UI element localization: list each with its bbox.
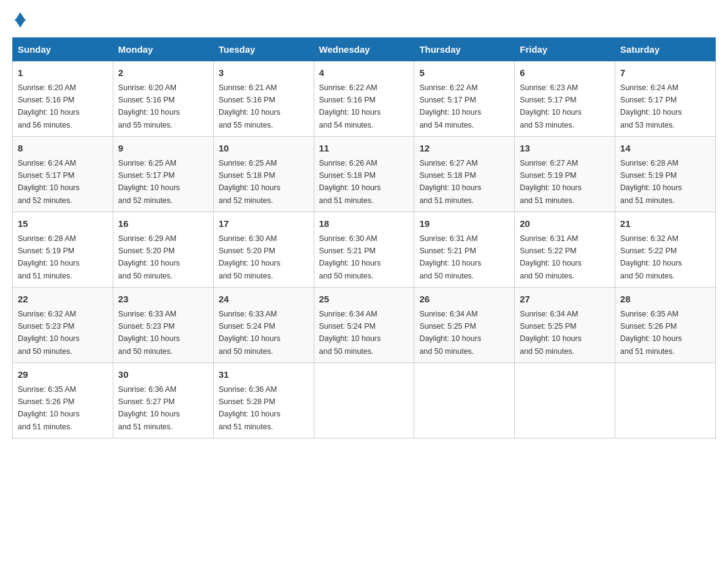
day-number: 27	[520, 293, 610, 307]
calendar-cell: 27 Sunrise: 6:34 AMSunset: 5:25 PMDaylig…	[515, 288, 615, 363]
calendar-cell: 7 Sunrise: 6:24 AMSunset: 5:17 PMDayligh…	[615, 61, 716, 137]
column-header-monday: Monday	[113, 38, 213, 61]
day-detail: Sunrise: 6:20 AMSunset: 5:16 PMDaylight:…	[18, 83, 80, 129]
day-number: 18	[319, 217, 409, 231]
calendar-cell: 15 Sunrise: 6:28 AMSunset: 5:19 PMDaylig…	[13, 212, 113, 288]
day-detail: Sunrise: 6:24 AMSunset: 5:17 PMDaylight:…	[18, 159, 80, 205]
day-detail: Sunrise: 6:29 AMSunset: 5:20 PMDaylight:…	[118, 234, 180, 280]
day-number: 3	[219, 66, 309, 80]
day-detail: Sunrise: 6:28 AMSunset: 5:19 PMDaylight:…	[620, 159, 682, 205]
day-number: 12	[419, 142, 509, 156]
day-detail: Sunrise: 6:22 AMSunset: 5:16 PMDaylight:…	[319, 83, 381, 129]
day-detail: Sunrise: 6:26 AMSunset: 5:18 PMDaylight:…	[319, 159, 381, 205]
day-number: 14	[620, 142, 710, 156]
column-header-sunday: Sunday	[13, 38, 113, 61]
day-detail: Sunrise: 6:34 AMSunset: 5:25 PMDaylight:…	[419, 310, 481, 356]
calendar-cell: 11 Sunrise: 6:26 AMSunset: 5:18 PMDaylig…	[314, 137, 414, 212]
logo	[12, 12, 26, 28]
day-detail: Sunrise: 6:22 AMSunset: 5:17 PMDaylight:…	[419, 83, 481, 129]
calendar-cell: 14 Sunrise: 6:28 AMSunset: 5:19 PMDaylig…	[615, 137, 716, 212]
week-row-4: 22 Sunrise: 6:32 AMSunset: 5:23 PMDaylig…	[13, 288, 716, 363]
day-number: 15	[18, 217, 108, 231]
day-number: 8	[18, 142, 108, 156]
column-header-saturday: Saturday	[615, 38, 716, 61]
calendar-cell: 5 Sunrise: 6:22 AMSunset: 5:17 PMDayligh…	[414, 61, 515, 137]
day-detail: Sunrise: 6:33 AMSunset: 5:23 PMDaylight:…	[118, 310, 180, 356]
day-number: 16	[118, 217, 208, 231]
calendar-cell: 28 Sunrise: 6:35 AMSunset: 5:26 PMDaylig…	[615, 288, 716, 363]
day-number: 13	[520, 142, 610, 156]
day-detail: Sunrise: 6:32 AMSunset: 5:22 PMDaylight:…	[620, 234, 682, 280]
calendar-cell: 1 Sunrise: 6:20 AMSunset: 5:16 PMDayligh…	[13, 61, 113, 137]
calendar-cell: 13 Sunrise: 6:27 AMSunset: 5:19 PMDaylig…	[515, 137, 615, 212]
calendar-cell: 25 Sunrise: 6:34 AMSunset: 5:24 PMDaylig…	[314, 288, 414, 363]
calendar-cell: 8 Sunrise: 6:24 AMSunset: 5:17 PMDayligh…	[13, 137, 113, 212]
calendar-cell: 20 Sunrise: 6:31 AMSunset: 5:22 PMDaylig…	[515, 212, 615, 288]
day-detail: Sunrise: 6:27 AMSunset: 5:19 PMDaylight:…	[520, 159, 582, 205]
calendar-cell: 21 Sunrise: 6:32 AMSunset: 5:22 PMDaylig…	[615, 212, 716, 288]
day-detail: Sunrise: 6:32 AMSunset: 5:23 PMDaylight:…	[18, 310, 80, 356]
calendar-cell: 31 Sunrise: 6:36 AMSunset: 5:28 PMDaylig…	[213, 363, 314, 439]
calendar-cell: 30 Sunrise: 6:36 AMSunset: 5:27 PMDaylig…	[113, 363, 213, 439]
column-header-tuesday: Tuesday	[213, 38, 314, 61]
day-detail: Sunrise: 6:34 AMSunset: 5:24 PMDaylight:…	[319, 310, 381, 356]
week-row-3: 15 Sunrise: 6:28 AMSunset: 5:19 PMDaylig…	[13, 212, 716, 288]
day-number: 5	[419, 66, 509, 80]
week-row-5: 29 Sunrise: 6:35 AMSunset: 5:26 PMDaylig…	[13, 363, 716, 439]
day-detail: Sunrise: 6:35 AMSunset: 5:26 PMDaylight:…	[620, 310, 682, 356]
calendar-body: 1 Sunrise: 6:20 AMSunset: 5:16 PMDayligh…	[13, 61, 716, 439]
day-detail: Sunrise: 6:31 AMSunset: 5:22 PMDaylight:…	[520, 234, 582, 280]
day-number: 17	[219, 217, 309, 231]
calendar-cell: 24 Sunrise: 6:33 AMSunset: 5:24 PMDaylig…	[213, 288, 314, 363]
calendar-cell: 26 Sunrise: 6:34 AMSunset: 5:25 PMDaylig…	[414, 288, 515, 363]
column-header-thursday: Thursday	[414, 38, 515, 61]
day-detail: Sunrise: 6:36 AMSunset: 5:28 PMDaylight:…	[219, 385, 281, 431]
day-detail: Sunrise: 6:25 AMSunset: 5:18 PMDaylight:…	[219, 159, 281, 205]
column-header-wednesday: Wednesday	[314, 38, 414, 61]
day-number: 31	[219, 368, 309, 382]
calendar-cell: 12 Sunrise: 6:27 AMSunset: 5:18 PMDaylig…	[414, 137, 515, 212]
week-row-2: 8 Sunrise: 6:24 AMSunset: 5:17 PMDayligh…	[13, 137, 716, 212]
day-number: 30	[118, 368, 208, 382]
calendar-cell: 29 Sunrise: 6:35 AMSunset: 5:26 PMDaylig…	[13, 363, 113, 439]
day-detail: Sunrise: 6:30 AMSunset: 5:21 PMDaylight:…	[319, 234, 381, 280]
calendar-cell: 19 Sunrise: 6:31 AMSunset: 5:21 PMDaylig…	[414, 212, 515, 288]
day-detail: Sunrise: 6:25 AMSunset: 5:17 PMDaylight:…	[118, 159, 180, 205]
calendar-cell	[515, 363, 615, 439]
calendar-table: SundayMondayTuesdayWednesdayThursdayFrid…	[12, 37, 716, 439]
day-number: 28	[620, 293, 710, 307]
calendar-cell: 16 Sunrise: 6:29 AMSunset: 5:20 PMDaylig…	[113, 212, 213, 288]
calendar-cell: 2 Sunrise: 6:20 AMSunset: 5:16 PMDayligh…	[113, 61, 213, 137]
day-number: 4	[319, 66, 409, 80]
day-number: 22	[18, 293, 108, 307]
day-number: 21	[620, 217, 710, 231]
calendar-cell: 3 Sunrise: 6:21 AMSunset: 5:16 PMDayligh…	[213, 61, 314, 137]
page-header	[12, 12, 716, 28]
calendar-cell: 10 Sunrise: 6:25 AMSunset: 5:18 PMDaylig…	[213, 137, 314, 212]
day-number: 23	[118, 293, 208, 307]
day-detail: Sunrise: 6:23 AMSunset: 5:17 PMDaylight:…	[520, 83, 582, 129]
day-number: 1	[18, 66, 108, 80]
day-detail: Sunrise: 6:35 AMSunset: 5:26 PMDaylight:…	[18, 385, 80, 431]
day-number: 24	[219, 293, 309, 307]
calendar-cell	[615, 363, 716, 439]
day-detail: Sunrise: 6:27 AMSunset: 5:18 PMDaylight:…	[419, 159, 481, 205]
calendar-cell: 6 Sunrise: 6:23 AMSunset: 5:17 PMDayligh…	[515, 61, 615, 137]
day-number: 20	[520, 217, 610, 231]
calendar-cell: 22 Sunrise: 6:32 AMSunset: 5:23 PMDaylig…	[13, 288, 113, 363]
calendar-cell: 17 Sunrise: 6:30 AMSunset: 5:20 PMDaylig…	[213, 212, 314, 288]
day-detail: Sunrise: 6:36 AMSunset: 5:27 PMDaylight:…	[118, 385, 180, 431]
calendar-cell: 23 Sunrise: 6:33 AMSunset: 5:23 PMDaylig…	[113, 288, 213, 363]
calendar-cell: 4 Sunrise: 6:22 AMSunset: 5:16 PMDayligh…	[314, 61, 414, 137]
day-detail: Sunrise: 6:34 AMSunset: 5:25 PMDaylight:…	[520, 310, 582, 356]
day-number: 29	[18, 368, 108, 382]
week-row-1: 1 Sunrise: 6:20 AMSunset: 5:16 PMDayligh…	[13, 61, 716, 137]
calendar-cell: 9 Sunrise: 6:25 AMSunset: 5:17 PMDayligh…	[113, 137, 213, 212]
day-detail: Sunrise: 6:21 AMSunset: 5:16 PMDaylight:…	[219, 83, 281, 129]
day-number: 19	[419, 217, 509, 231]
day-number: 26	[419, 293, 509, 307]
column-header-friday: Friday	[515, 38, 615, 61]
day-detail: Sunrise: 6:30 AMSunset: 5:20 PMDaylight:…	[219, 234, 281, 280]
day-detail: Sunrise: 6:24 AMSunset: 5:17 PMDaylight:…	[620, 83, 682, 129]
day-number: 9	[118, 142, 208, 156]
